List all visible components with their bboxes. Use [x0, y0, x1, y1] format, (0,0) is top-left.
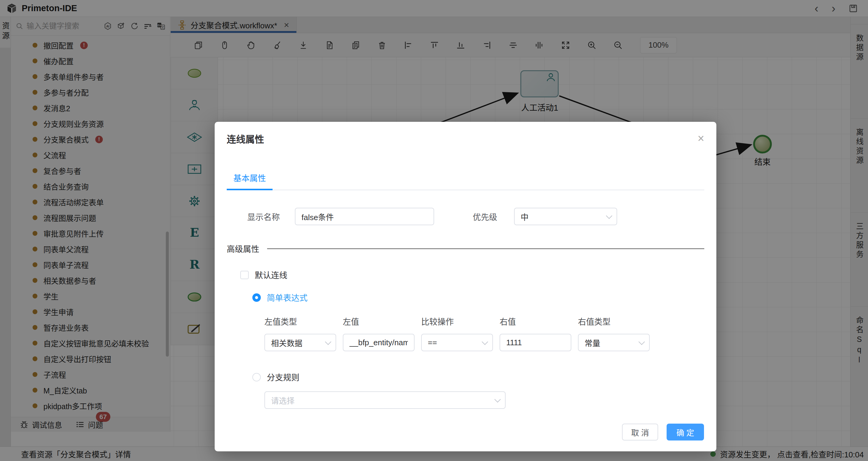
right-value-label: 右值: [500, 315, 571, 327]
app-window: Primeton-IDE ‹ › 资源: [0, 0, 868, 461]
dialog-footer: 取 消 确 定: [622, 424, 704, 440]
branch-rule-radio[interactable]: [252, 373, 261, 381]
branch-rule-placeholder: 请选择: [271, 395, 294, 406]
operator-select[interactable]: ==: [421, 334, 493, 351]
operator-value: ==: [428, 338, 437, 347]
dialog-tabs: 基本属性: [227, 172, 704, 190]
chevron-down-icon: [494, 396, 501, 402]
right-type-label: 右值类型: [578, 315, 650, 327]
advanced-section-header: 高级属性: [227, 243, 704, 254]
default-line-checkbox[interactable]: [240, 271, 249, 279]
confirm-button[interactable]: 确 定: [666, 424, 704, 440]
default-line-row: 默认连线: [227, 269, 704, 281]
advanced-label: 高级属性: [227, 243, 259, 254]
cancel-button[interactable]: 取 消: [622, 424, 658, 440]
chevron-down-icon: [639, 339, 645, 345]
expression-field-inputs: 相关数据 == 常量: [227, 334, 704, 351]
branch-rule-row: 分支规则: [227, 371, 704, 383]
priority-value: 中: [521, 211, 529, 222]
left-type-label: 左值类型: [265, 315, 336, 327]
operator-label: 比较操作: [421, 315, 493, 327]
expression-field-labels: 左值类型 左值 比较操作 右值 右值类型: [227, 315, 704, 327]
default-line-label: 默认连线: [255, 269, 287, 281]
display-name-input[interactable]: [295, 208, 434, 225]
priority-select[interactable]: 中: [514, 208, 617, 225]
left-value-label: 左值: [343, 315, 414, 327]
simple-expression-row: 简单表达式: [227, 291, 704, 303]
section-divider: [267, 248, 704, 249]
priority-label: 优先级: [473, 211, 497, 222]
dialog-header: 连线属性 ×: [227, 122, 704, 155]
line-properties-dialog: 连线属性 × 基本属性 显示名称 优先级 中 高级属性 默认连线 简单表达式: [215, 122, 716, 451]
display-name-label: 显示名称: [247, 211, 280, 222]
tab-basic-properties[interactable]: 基本属性: [227, 172, 273, 190]
left-type-select[interactable]: 相关数据: [265, 334, 336, 351]
branch-rule-label: 分支规则: [267, 371, 299, 383]
left-value-input[interactable]: [343, 334, 414, 351]
simple-expression-label: 简单表达式: [267, 291, 308, 303]
chevron-down-icon: [325, 339, 331, 345]
name-priority-row: 显示名称 优先级 中: [227, 208, 704, 225]
close-icon[interactable]: ×: [698, 133, 704, 144]
right-type-value: 常量: [585, 337, 600, 348]
branch-rule-select[interactable]: 请选择: [265, 391, 506, 409]
dialog-title: 连线属性: [227, 132, 264, 145]
right-value-input[interactable]: [500, 334, 571, 351]
chevron-down-icon: [606, 213, 612, 219]
chevron-down-icon: [482, 339, 488, 345]
left-type-value: 相关数据: [271, 337, 302, 348]
simple-expression-radio[interactable]: [252, 294, 261, 302]
right-type-select[interactable]: 常量: [578, 334, 650, 351]
